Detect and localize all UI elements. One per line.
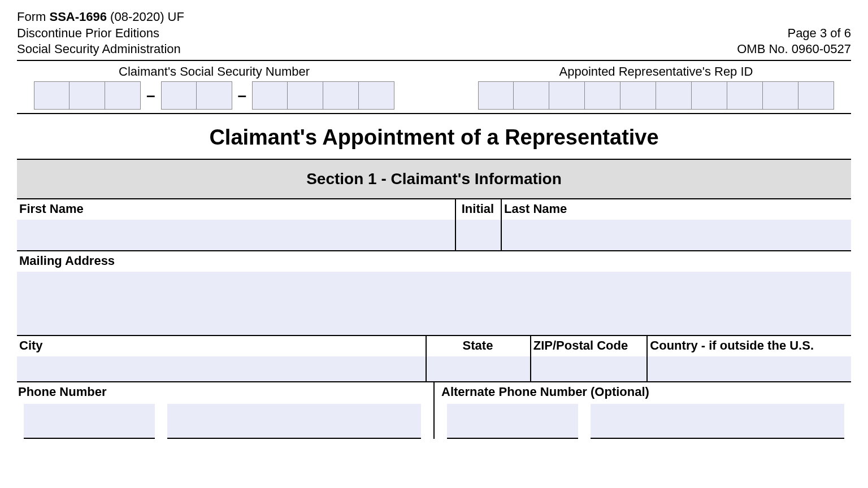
last-name-cell: Last Name: [501, 199, 851, 250]
initial-label: Initial: [456, 199, 501, 220]
initial-cell: Initial: [455, 199, 501, 250]
mailing-label: Mailing Address: [17, 251, 851, 272]
form-number: SSA-1696: [49, 10, 107, 24]
initial-input[interactable]: [456, 220, 501, 250]
country-input[interactable]: [648, 356, 851, 381]
name-row: First Name Initial Last Name: [17, 199, 851, 251]
zip-input[interactable]: [531, 356, 647, 381]
section1-header: Section 1 - Claimant's Information: [17, 159, 851, 199]
rep-id-box[interactable]: [478, 81, 514, 110]
country-cell: Country - if outside the U.S.: [646, 336, 851, 381]
alt-phone-number-input[interactable]: [591, 404, 844, 439]
header-left: Form SSA-1696 (08-2020) UF Discontinue P…: [17, 9, 184, 58]
rep-id-box[interactable]: [692, 81, 727, 110]
ssn-box[interactable]: [288, 81, 323, 110]
ssn-box[interactable]: [252, 81, 288, 110]
mailing-cell: Mailing Address: [17, 251, 851, 335]
ssn-column: Claimant's Social Security Number – –: [34, 64, 394, 110]
first-name-label: First Name: [17, 199, 455, 220]
phone-area-code-input[interactable]: [24, 404, 155, 439]
state-label: State: [427, 336, 530, 356]
rep-id-box[interactable]: [549, 81, 585, 110]
ssn-box[interactable]: [197, 81, 232, 110]
state-cell: State: [426, 336, 530, 381]
header-line3: Social Security Administration: [17, 41, 184, 58]
alt-phone-area-code-input[interactable]: [447, 404, 578, 439]
header-right: Page 3 of 6 OMB No. 0960-0527: [737, 25, 851, 58]
main-title: Claimant's Appointment of a Representati…: [17, 125, 851, 150]
ssn-boxes: – –: [34, 81, 394, 110]
ssn-box[interactable]: [323, 81, 359, 110]
phone-row: Phone Number Alternate Phone Number (Opt…: [17, 382, 851, 439]
country-label: Country - if outside the U.S.: [648, 336, 851, 356]
alt-phone-col: Alternate Phone Number (Optional): [433, 382, 851, 439]
rep-id-boxes: [478, 81, 834, 110]
ssn-label: Claimant's Social Security Number: [119, 64, 310, 79]
alt-phone-boxes: [440, 404, 851, 439]
city-cell: City: [17, 336, 426, 381]
phone-col: Phone Number: [17, 382, 433, 439]
phone-label: Phone Number: [17, 382, 428, 404]
last-name-input[interactable]: [502, 220, 851, 250]
form-header: Form SSA-1696 (08-2020) UF Discontinue P…: [17, 9, 851, 61]
first-name-input[interactable]: [17, 220, 455, 250]
rep-id-box[interactable]: [514, 81, 549, 110]
omb-number: OMB No. 0960-0527: [737, 41, 851, 58]
page-number: Page 3 of 6: [737, 25, 851, 42]
rep-id-label: Appointed Representative's Rep ID: [559, 64, 753, 79]
mailing-input[interactable]: [17, 272, 851, 335]
rep-id-box[interactable]: [620, 81, 656, 110]
rep-id-box[interactable]: [798, 81, 834, 110]
ssn-box[interactable]: [161, 81, 197, 110]
header-line2: Discontinue Prior Editions: [17, 25, 184, 42]
phone-boxes: [17, 404, 428, 439]
zip-cell: ZIP/Postal Code: [530, 336, 647, 381]
dash: –: [141, 86, 161, 104]
ssn-box[interactable]: [359, 81, 394, 110]
city-row: City State ZIP/Postal Code Country - if …: [17, 336, 851, 382]
city-input[interactable]: [17, 356, 426, 381]
form-suffix: (08-2020) UF: [107, 10, 184, 24]
ssn-box[interactable]: [34, 81, 70, 110]
id-row: Claimant's Social Security Number – – Ap…: [17, 64, 851, 114]
rep-id-column: Appointed Representative's Rep ID: [478, 64, 834, 110]
rep-id-box[interactable]: [656, 81, 692, 110]
phone-number-input[interactable]: [167, 404, 421, 439]
rep-id-box[interactable]: [763, 81, 798, 110]
rep-id-box[interactable]: [727, 81, 763, 110]
first-name-cell: First Name: [17, 199, 455, 250]
ssn-box[interactable]: [105, 81, 141, 110]
state-input[interactable]: [427, 356, 530, 381]
rep-id-box[interactable]: [585, 81, 620, 110]
form-prefix: Form: [17, 10, 49, 24]
form-id-line: Form SSA-1696 (08-2020) UF: [17, 9, 184, 25]
alt-phone-label: Alternate Phone Number (Optional): [440, 382, 851, 404]
zip-label: ZIP/Postal Code: [531, 336, 647, 356]
ssn-box[interactable]: [70, 81, 105, 110]
mailing-row: Mailing Address: [17, 251, 851, 336]
dash: –: [232, 86, 253, 104]
last-name-label: Last Name: [502, 199, 851, 220]
city-label: City: [17, 336, 426, 356]
